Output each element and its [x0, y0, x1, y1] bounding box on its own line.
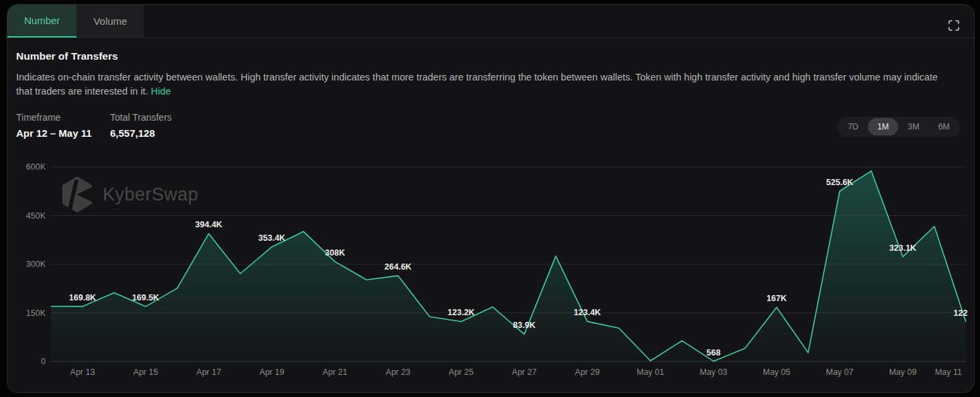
tab-bar: Number Volume	[7, 5, 974, 38]
point-label: 169.8K	[69, 293, 96, 302]
x-axis-tick: Apr 23	[386, 367, 411, 377]
timeframe-label: Timeframe	[16, 112, 110, 123]
fullscreen-icon	[947, 19, 961, 32]
x-axis-tick: May 07	[826, 367, 854, 377]
x-axis-tick: Apr 29	[575, 367, 600, 377]
stats-row: Timeframe Apr 12 – May 11 Total Transfer…	[16, 112, 974, 139]
x-axis-tick: May 01	[637, 367, 665, 377]
transfers-chart[interactable]: 0150K300K450K600KApr 13Apr 15Apr 17Apr 1…	[7, 159, 975, 392]
point-label: 167K	[767, 294, 787, 303]
point-label: 323.1K	[889, 243, 916, 253]
point-label: 308K	[325, 248, 345, 258]
timeframe-stat: Timeframe Apr 12 – May 11	[16, 112, 110, 139]
x-axis-tick: May 03	[700, 367, 728, 377]
hide-link[interactable]: Hide	[151, 86, 171, 97]
x-axis-tick: Apr 19	[260, 367, 285, 377]
y-axis-tick: 150K	[26, 308, 46, 318]
y-axis-tick: 600K	[26, 162, 46, 172]
point-label: 123.4K	[574, 308, 601, 317]
fullscreen-button[interactable]	[947, 19, 961, 32]
page-title: Number of Transfers	[16, 50, 957, 62]
x-axis-tick: May 09	[889, 367, 917, 377]
x-axis-tick: Apr 17	[197, 367, 222, 377]
timeframe-value: Apr 12 – May 11	[16, 127, 110, 139]
chart-description: Indicates on-chain transfer activity bet…	[16, 70, 957, 99]
y-axis-tick: 300K	[26, 260, 46, 269]
point-label: 83.9K	[513, 321, 535, 330]
point-label: 394.4K	[195, 220, 222, 229]
point-label: 264.6K	[385, 262, 411, 272]
x-axis-tick: May 05	[763, 367, 791, 377]
point-label: 568	[707, 348, 721, 357]
timeframe-option-6m[interactable]: 6M	[929, 118, 959, 135]
y-axis-tick: 450K	[26, 211, 46, 221]
y-axis-tick: 0	[41, 357, 46, 366]
x-axis-tick: May 11	[935, 367, 962, 377]
total-transfers-label: Total Transfers	[110, 112, 172, 123]
x-axis-tick: Apr 15	[134, 367, 158, 377]
point-label: 169.5K	[132, 293, 159, 302]
area-fill	[51, 171, 966, 361]
point-label: 123.2K	[448, 308, 475, 317]
point-label: 353.4K	[258, 233, 285, 243]
x-axis-tick: Apr 25	[449, 367, 474, 377]
x-axis-tick: Apr 21	[323, 367, 348, 377]
chart-area: 0150K300K450K600KApr 13Apr 15Apr 17Apr 1…	[7, 159, 975, 392]
timeframe-option-3m[interactable]: 3M	[898, 118, 928, 135]
total-transfers-stat: Total Transfers 6,557,128	[110, 112, 172, 139]
tab-number[interactable]: Number	[7, 5, 77, 38]
x-axis-tick: Apr 27	[512, 367, 537, 377]
transfers-card: Number Volume Number of Transfers Indica…	[7, 4, 975, 393]
x-axis-tick: Apr 13	[70, 367, 95, 377]
total-transfers-value: 6,557,128	[110, 127, 172, 139]
timeframe-selector: 7D1M3M6M	[837, 117, 961, 137]
tab-volume[interactable]: Volume	[77, 5, 144, 38]
point-label: 122	[954, 308, 968, 318]
point-label: 525.6K	[826, 178, 853, 187]
timeframe-option-1m[interactable]: 1M	[868, 118, 898, 135]
timeframe-option-7d[interactable]: 7D	[838, 118, 868, 135]
